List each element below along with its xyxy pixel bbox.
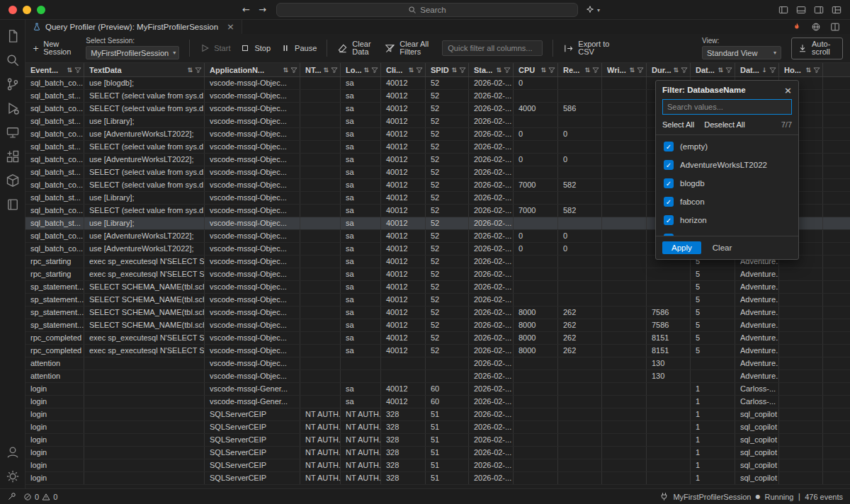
column-header-0[interactable]: Event...⇅ [26,63,84,76]
filter-search-input[interactable] [662,99,792,115]
close-icon[interactable]: × [227,23,234,30]
clear-all-filters-button[interactable]: Clear All Filters [385,40,432,57]
filter-funnel-icon[interactable] [637,67,644,74]
filter-funnel-icon[interactable] [416,67,423,74]
column-header-2[interactable]: ApplicationN...⇅ [205,63,300,76]
sort-icon[interactable]: ⇅ [718,67,723,74]
package-cube-icon[interactable] [0,168,26,193]
zoom-window-button[interactable] [37,6,45,14]
table-row[interactable]: sp_statement...SELECT SCHEMA_NAME(tbl.sc… [26,319,850,332]
clear-button[interactable]: Clear [710,241,735,254]
table-row[interactable]: rpc_completedexec sp_executesql N'SELECT… [26,345,850,357]
account-icon[interactable] [0,440,26,464]
checkbox-checked-icon[interactable]: ✓ [664,160,674,170]
apply-button[interactable]: Apply [662,241,701,254]
filter-option[interactable]: ✓AdventureWorksLT2022 [656,156,798,174]
clear-data-button[interactable]: Clear Data [337,40,375,57]
checkbox-checked-icon[interactable]: ✓ [664,178,674,188]
table-row[interactable]: sp_statement...SELECT SCHEMA_NAME(tbl.sc… [26,294,850,307]
table-row[interactable]: attentionvscode-mssql-Objec...2026-02-..… [26,357,850,370]
run-debug-icon[interactable] [0,96,26,120]
filter-funnel-icon[interactable] [813,67,820,74]
filter-funnel-icon[interactable] [371,67,378,74]
toggle-secondary-sidebar-icon[interactable] [814,5,824,15]
table-row[interactable]: loginSQLServerCEIPNT AUTH...NT AUTH...32… [26,459,850,472]
new-session-button[interactable]: + New Session [33,40,76,57]
sort-icon[interactable]: ⇅ [584,67,590,74]
checkbox-checked-icon[interactable]: ✓ [664,215,674,225]
sort-icon[interactable]: ⇅ [540,67,546,74]
sort-icon[interactable]: ⇅ [187,67,193,74]
sort-icon[interactable]: ⇅ [496,67,502,74]
sort-desc-icon[interactable]: ↓ [761,67,767,74]
table-row[interactable]: attentionvscode-mssql-Objec...2026-02-..… [26,370,850,383]
filter-option[interactable]: ✓Library [656,229,798,236]
forward-icon[interactable]: → [259,4,266,16]
export-csv-button[interactable]: Export to CSV [563,40,612,57]
globe-icon[interactable] [811,22,821,32]
session-dropdown[interactable]: MyFirstProfilerSession ▾ [86,46,179,59]
flame-icon[interactable] [792,22,802,32]
filter-option[interactable]: ✓horizon [656,211,798,229]
filter-funnel-icon[interactable] [548,67,555,74]
stop-button[interactable]: Stop [240,43,271,53]
minimize-window-button[interactable] [23,6,31,14]
table-row[interactable]: sp_statement...SELECT SCHEMA_NAME(tbl.sc… [26,307,850,319]
column-header-4[interactable]: Lo...⇅ [341,63,381,76]
filter-funnel-icon[interactable] [195,67,202,74]
table-row[interactable]: loginvscode-mssql-Gener...sa40012602026-… [26,383,850,396]
toggle-sidebar-icon[interactable] [778,5,788,15]
checkbox-checked-icon[interactable]: ✓ [664,234,674,236]
pause-button[interactable]: Pause [280,43,317,53]
column-header-6[interactable]: SPID⇅ [426,63,469,76]
back-icon[interactable]: ← [242,4,250,16]
sort-icon[interactable]: ⇅ [629,67,635,74]
sort-icon[interactable]: ⇅ [323,67,329,74]
filter-funnel-icon[interactable] [504,67,511,74]
sort-icon[interactable]: ⇅ [283,67,288,74]
column-header-1[interactable]: TextData⇅ [84,63,205,76]
filter-funnel-icon[interactable] [681,67,688,74]
problems-indicator[interactable]: 0 0 [23,493,57,501]
sort-icon[interactable]: ⇅ [673,67,679,74]
column-header-11[interactable]: Dur...⇅ [647,63,691,76]
quick-filter-input[interactable] [442,40,543,56]
filter-option[interactable]: ✓fabcon [656,193,798,211]
filter-funnel-icon[interactable] [592,67,599,74]
table-row[interactable]: loginSQLServerCEIPNT AUTH...NT AUTH...32… [26,434,850,447]
source-control-icon[interactable] [0,72,26,96]
statusbar-right[interactable]: MyFirstProfilerSession ● Running | 476 e… [659,492,843,501]
sort-icon[interactable]: ⇅ [451,67,457,74]
wrench-icon[interactable] [7,492,16,501]
copilot-menu-button[interactable]: ▾ [585,3,600,17]
sort-icon[interactable]: ⇅ [408,67,414,74]
explorer-icon[interactable] [0,24,26,48]
filter-funnel-icon[interactable] [769,67,776,74]
search-sidebar-icon[interactable] [0,48,26,72]
tab-query-profiler[interactable]: Query Profiler (Preview): MyFirstProfile… [26,20,242,34]
column-header-7[interactable]: Sta...⇅ [469,63,514,76]
column-header-9[interactable]: Re...⇅ [558,63,602,76]
autoscroll-button[interactable]: Auto-scroll [791,38,843,59]
table-row[interactable]: rpc_completedexec sp_executesql N'SELECT… [26,332,850,345]
deselect-all-button[interactable]: Deselect All [704,120,744,129]
close-icon[interactable]: × [784,86,792,94]
sort-icon[interactable]: ⇅ [805,67,811,74]
filter-funnel-icon[interactable] [331,67,338,74]
column-header-3[interactable]: NT...⇅ [300,63,341,76]
view-dropdown[interactable]: Standard View ▾ [702,46,781,59]
checkbox-checked-icon[interactable]: ✓ [664,142,674,151]
column-header-12[interactable]: Dat...⇅ [691,63,735,76]
sort-icon[interactable]: ⇅ [363,67,369,74]
table-row[interactable]: rpc_startingexec sp_executesql N'SELECT … [26,268,850,281]
start-button[interactable]: Start [200,43,230,53]
command-center-search[interactable]: Search [276,3,578,17]
column-header-8[interactable]: CPU⇅ [514,63,558,76]
customize-layout-icon[interactable] [832,5,842,15]
book-icon[interactable] [0,193,26,217]
checkbox-checked-icon[interactable]: ✓ [664,197,674,207]
filter-option[interactable]: ✓blogdb [656,174,798,193]
table-row[interactable]: loginSQLServerCEIPNT AUTH...NT AUTH...32… [26,421,850,434]
filter-funnel-icon[interactable] [74,67,81,74]
column-header-5[interactable]: Cli...⇅ [381,63,426,76]
